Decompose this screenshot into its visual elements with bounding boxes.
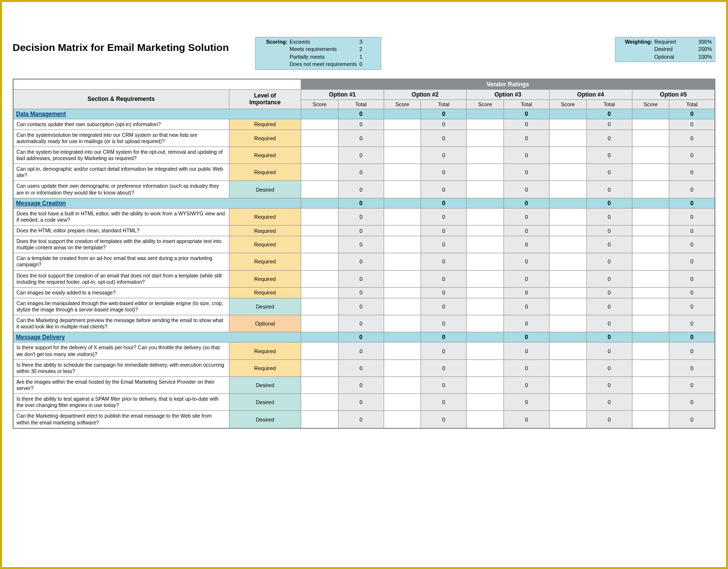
score-cell[interactable] bbox=[632, 359, 669, 376]
score-cell[interactable] bbox=[549, 298, 586, 315]
score-cell[interactable] bbox=[301, 376, 339, 393]
score-cell[interactable] bbox=[384, 253, 421, 270]
score-cell[interactable] bbox=[467, 270, 504, 287]
total-cell: 0 bbox=[421, 342, 467, 359]
score-cell[interactable] bbox=[549, 181, 586, 198]
score-cell[interactable] bbox=[549, 359, 586, 376]
score-cell[interactable] bbox=[549, 287, 586, 298]
score-cell[interactable] bbox=[301, 394, 339, 411]
score-cell[interactable] bbox=[301, 253, 339, 270]
score-cell[interactable] bbox=[384, 130, 421, 146]
score-cell[interactable] bbox=[384, 270, 421, 287]
score-cell[interactable] bbox=[549, 411, 586, 428]
score-cell[interactable] bbox=[549, 119, 586, 130]
score-cell[interactable] bbox=[384, 376, 421, 393]
score-cell[interactable] bbox=[467, 287, 504, 298]
score-cell[interactable] bbox=[549, 164, 586, 181]
score-cell[interactable] bbox=[467, 342, 504, 359]
total-cell: 0 bbox=[586, 359, 632, 376]
score-cell[interactable] bbox=[632, 270, 669, 287]
score-cell[interactable] bbox=[301, 411, 339, 428]
total-cell: 0 bbox=[669, 287, 715, 298]
score-cell[interactable] bbox=[632, 164, 669, 181]
score-cell[interactable] bbox=[384, 164, 421, 181]
score-cell[interactable] bbox=[301, 130, 339, 146]
score-cell[interactable] bbox=[549, 236, 586, 253]
score-cell[interactable] bbox=[301, 164, 339, 181]
score-cell[interactable] bbox=[632, 411, 669, 428]
total-cell: 0 bbox=[586, 411, 632, 428]
score-cell[interactable] bbox=[384, 225, 421, 236]
score-cell[interactable] bbox=[384, 287, 421, 298]
score-cell[interactable] bbox=[632, 394, 669, 411]
score-cell[interactable] bbox=[467, 315, 504, 332]
score-cell[interactable] bbox=[384, 208, 421, 225]
col-option: Option #2 bbox=[384, 89, 467, 99]
section-score-cell bbox=[549, 332, 586, 342]
score-cell[interactable] bbox=[467, 146, 504, 163]
score-cell[interactable] bbox=[632, 208, 669, 225]
score-cell[interactable] bbox=[632, 315, 669, 332]
score-cell[interactable] bbox=[384, 359, 421, 376]
score-cell[interactable] bbox=[467, 181, 504, 198]
score-cell[interactable] bbox=[467, 119, 504, 130]
total-cell: 0 bbox=[421, 270, 467, 287]
score-cell[interactable] bbox=[549, 208, 586, 225]
score-cell[interactable] bbox=[384, 394, 421, 411]
score-cell[interactable] bbox=[549, 315, 586, 332]
score-cell[interactable] bbox=[301, 287, 339, 298]
score-cell[interactable] bbox=[632, 342, 669, 359]
score-cell[interactable] bbox=[467, 253, 504, 270]
score-cell[interactable] bbox=[549, 130, 586, 146]
score-cell[interactable] bbox=[549, 342, 586, 359]
score-cell[interactable] bbox=[384, 236, 421, 253]
score-cell[interactable] bbox=[467, 411, 504, 428]
score-cell[interactable] bbox=[549, 225, 586, 236]
requirement-text: Can the system/solution be integrated in… bbox=[13, 130, 229, 146]
score-cell[interactable] bbox=[632, 130, 669, 146]
score-cell[interactable] bbox=[384, 411, 421, 428]
score-cell[interactable] bbox=[301, 181, 339, 198]
score-cell[interactable] bbox=[301, 236, 339, 253]
score-cell[interactable] bbox=[467, 359, 504, 376]
score-cell[interactable] bbox=[549, 376, 586, 393]
score-cell[interactable] bbox=[467, 208, 504, 225]
score-cell[interactable] bbox=[632, 376, 669, 393]
score-cell[interactable] bbox=[632, 298, 669, 315]
score-cell[interactable] bbox=[467, 164, 504, 181]
score-cell[interactable] bbox=[301, 208, 339, 225]
score-cell[interactable] bbox=[632, 287, 669, 298]
score-cell[interactable] bbox=[301, 225, 339, 236]
score-cell[interactable] bbox=[467, 225, 504, 236]
score-cell[interactable] bbox=[384, 315, 421, 332]
score-cell[interactable] bbox=[301, 298, 339, 315]
score-cell[interactable] bbox=[632, 181, 669, 198]
score-cell[interactable] bbox=[467, 394, 504, 411]
score-cell[interactable] bbox=[301, 146, 339, 163]
score-cell[interactable] bbox=[549, 146, 586, 163]
score-cell[interactable] bbox=[301, 315, 339, 332]
score-cell[interactable] bbox=[384, 298, 421, 315]
score-cell[interactable] bbox=[384, 342, 421, 359]
score-cell[interactable] bbox=[301, 270, 339, 287]
score-cell[interactable] bbox=[549, 253, 586, 270]
score-cell[interactable] bbox=[467, 376, 504, 393]
score-cell[interactable] bbox=[384, 146, 421, 163]
requirement-row: Does the HTML editor prepare clean, stan… bbox=[13, 225, 715, 236]
score-cell[interactable] bbox=[632, 236, 669, 253]
score-cell[interactable] bbox=[467, 130, 504, 146]
score-cell[interactable] bbox=[549, 394, 586, 411]
score-cell[interactable] bbox=[384, 119, 421, 130]
score-cell[interactable] bbox=[632, 225, 669, 236]
score-cell[interactable] bbox=[632, 119, 669, 130]
score-cell[interactable] bbox=[549, 270, 586, 287]
total-cell: 0 bbox=[669, 270, 715, 287]
score-cell[interactable] bbox=[632, 146, 669, 163]
score-cell[interactable] bbox=[467, 298, 504, 315]
score-cell[interactable] bbox=[467, 236, 504, 253]
score-cell[interactable] bbox=[632, 253, 669, 270]
score-cell[interactable] bbox=[384, 181, 421, 198]
score-cell[interactable] bbox=[301, 119, 339, 130]
score-cell[interactable] bbox=[301, 342, 339, 359]
score-cell[interactable] bbox=[301, 359, 339, 376]
